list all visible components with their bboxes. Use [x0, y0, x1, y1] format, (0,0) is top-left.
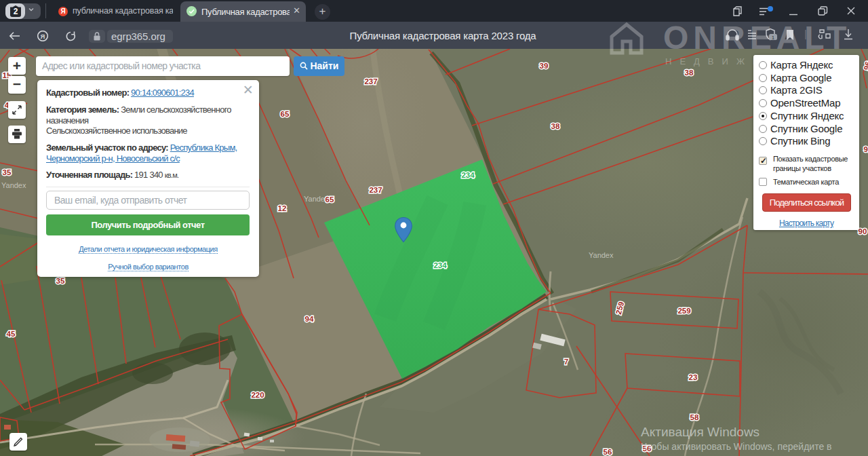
svg-text:35: 35 [3, 168, 12, 176]
svg-text:Yandex: Yandex [589, 251, 614, 259]
svg-text:94: 94 [305, 315, 314, 323]
svg-text:38: 38 [685, 69, 694, 77]
svg-text:65: 65 [326, 195, 334, 204]
svg-text:237: 237 [364, 77, 377, 86]
svg-text:1: 1 [772, 35, 775, 41]
svg-text:91: 91 [864, 145, 868, 153]
svg-text:Yande: Yande [304, 195, 325, 203]
svg-text:234: 234 [461, 171, 475, 179]
svg-text:259: 259 [677, 307, 690, 315]
svg-text:38: 38 [551, 122, 560, 130]
svg-text:35: 35 [56, 277, 65, 285]
svg-text:65: 65 [281, 110, 290, 118]
svg-text:58: 58 [690, 413, 699, 421]
svg-text:220: 220 [251, 391, 264, 399]
svg-text:45: 45 [7, 330, 16, 338]
svg-text:56: 56 [604, 448, 612, 456]
svg-text:90: 90 [859, 227, 867, 235]
svg-text:234: 234 [433, 261, 447, 269]
svg-text:237: 237 [369, 186, 382, 194]
svg-text:7: 7 [564, 358, 568, 366]
svg-text:23: 23 [689, 373, 698, 381]
svg-text:Yandex: Yandex [1, 181, 26, 189]
svg-text:39: 39 [540, 62, 549, 70]
svg-text:12: 12 [278, 204, 287, 212]
